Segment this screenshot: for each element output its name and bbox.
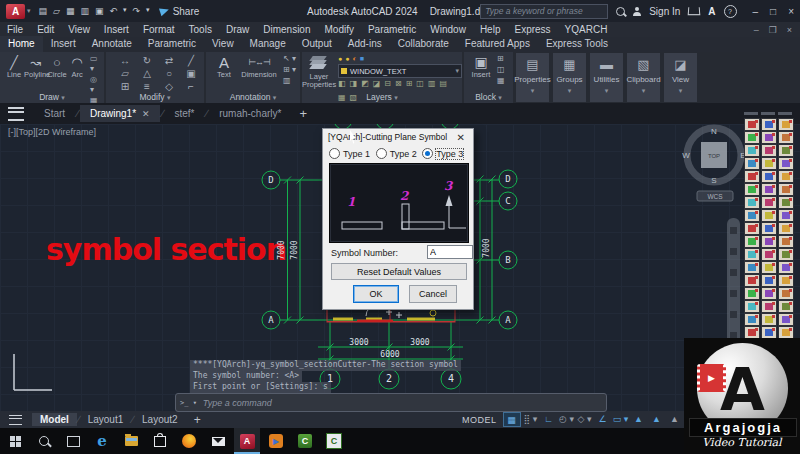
palette-tool-icon[interactable] [761, 287, 777, 300]
menu-item-view[interactable]: View [61, 24, 97, 35]
ribbon-tab-parametric[interactable]: Parametric [140, 36, 204, 52]
palette-tool-icon[interactable] [744, 144, 760, 157]
ribbon-tab-add-ins[interactable]: Add-ins [340, 36, 390, 52]
osnap-tracking-toggle-icon[interactable]: ∠ [595, 412, 611, 425]
file-tab-stef-[interactable]: stef* [164, 105, 204, 122]
layer-tool-icon[interactable]: ⊟ [384, 79, 391, 89]
ribbon-tab-featured-apps[interactable]: Featured Apps [457, 36, 538, 52]
groups-panel-button[interactable]: Groups [552, 52, 587, 103]
palette-tool-icon[interactable] [778, 235, 794, 248]
palette-tool-icon[interactable] [778, 274, 794, 287]
palette-tool-icon[interactable] [761, 209, 777, 222]
modify-panel-label[interactable]: Modify [106, 92, 204, 102]
annotation-visibility-toggle-icon[interactable]: ▲ [631, 412, 647, 425]
text-tool[interactable]: Text [210, 54, 238, 86]
new-drawing-tab-button[interactable]: + [291, 106, 315, 121]
ribbon-tab-insert[interactable]: Insert [43, 36, 84, 52]
palette-tool-icon[interactable] [744, 261, 760, 274]
view-panel-button[interactable]: View [663, 52, 698, 103]
modify-tool-icon[interactable]: ↻ [136, 55, 158, 68]
ribbon-tab-manage[interactable]: Manage [242, 36, 294, 52]
palette-tool-icon[interactable] [744, 248, 760, 261]
layer-dropdown[interactable]: WINDOW_TEXT [338, 64, 462, 78]
ribbon-tab-home[interactable]: Home [0, 36, 43, 52]
store-cart-icon[interactable] [688, 7, 701, 15]
palette-tool-icon[interactable] [778, 300, 794, 313]
palette-tool-icon[interactable] [744, 287, 760, 300]
undo-icon[interactable] [110, 6, 118, 16]
modify-tool-icon[interactable]: ○ [158, 68, 180, 81]
modify-tool-icon[interactable]: ╱ [180, 55, 202, 68]
palette-tool-icon[interactable] [744, 300, 760, 313]
clipboard-panel-button[interactable]: Clipboard [626, 52, 661, 103]
palette-tool-icon[interactable] [778, 144, 794, 157]
menu-item-format[interactable]: Format [136, 24, 182, 35]
ribbon-tab-express-tools[interactable]: Express Tools [538, 36, 616, 52]
modify-tool-icon[interactable]: ↔ [114, 55, 136, 68]
palette-tool-icon[interactable] [744, 183, 760, 196]
edit-block-icon[interactable] [497, 65, 505, 75]
palette-tool-icon[interactable] [778, 170, 794, 183]
palette-tool-icon[interactable] [744, 157, 760, 170]
autodesk-icon[interactable]: A [708, 6, 715, 17]
palette-tool-icon[interactable] [778, 183, 794, 196]
doc-restore-button[interactable] [769, 25, 777, 35]
block-attributes-icon[interactable] [497, 76, 505, 86]
symbol-number-input[interactable] [427, 245, 473, 259]
command-line-bar[interactable]: >_ ▾ [175, 393, 607, 412]
palette-tool-icon[interactable] [761, 300, 777, 313]
layer-properties-tool[interactable]: Layer Properties [302, 56, 336, 89]
taskbar-item-start[interactable] [2, 428, 28, 454]
snap-mode-toggle-icon[interactable]: ⣿ ▾ [523, 412, 539, 425]
file-tab-close-icon[interactable]: ✕ [142, 109, 150, 119]
radio-type-3[interactable]: Type 3 [422, 148, 469, 159]
palette-tool-icon[interactable] [761, 131, 777, 144]
annotation-scale-toggle-icon[interactable]: ▲ [667, 412, 683, 425]
modify-tool-icon[interactable]: ▱ [114, 68, 136, 81]
palette-tool-icon[interactable] [778, 157, 794, 170]
radio-type-1[interactable]: Type 1 [329, 148, 376, 159]
layer-on-icon[interactable] [338, 55, 342, 62]
palette-tool-icon[interactable] [761, 274, 777, 287]
layout-tab-layout2[interactable]: Layout2 [134, 413, 186, 426]
annotation-extra-tools[interactable] [283, 54, 296, 86]
layer-tool-icon[interactable]: ◫ [416, 79, 424, 89]
taskbar-item-camtasia-2[interactable]: C [321, 428, 347, 454]
viewcube-west[interactable]: W [682, 151, 690, 160]
palette-tool-icon[interactable] [778, 313, 794, 326]
app-menu-arrow-icon[interactable] [27, 7, 31, 15]
file-tab-drawing1-[interactable]: Drawing1*✕ [80, 105, 160, 122]
dimension-tool[interactable]: Dimension [238, 54, 280, 86]
new-file-icon[interactable] [39, 6, 48, 16]
modify-tool-icon[interactable]: ⇄ [158, 55, 180, 68]
menu-item-file[interactable]: File [0, 24, 30, 35]
palette-tool-icon[interactable] [761, 118, 777, 131]
sign-in-button[interactable]: Sign In [649, 6, 680, 17]
menu-item-express[interactable]: Express [507, 24, 557, 35]
layer-tool-icon[interactable]: ◨ [350, 79, 358, 89]
annotation-autoscale-toggle-icon[interactable]: ▲ [649, 412, 665, 425]
layout-menu-icon[interactable] [9, 415, 22, 425]
ortho-toggle-icon[interactable]: ∟ [541, 412, 557, 425]
layer-lock-icon[interactable] [352, 55, 356, 62]
palette-tool-icon[interactable] [744, 131, 760, 144]
taskbar-item-task-view[interactable] [60, 428, 86, 454]
palette-tool-icon[interactable] [778, 131, 794, 144]
palette-tool-icon[interactable] [761, 183, 777, 196]
palette-tool-icon[interactable] [778, 248, 794, 261]
menu-item-modify[interactable]: Modify [318, 24, 361, 35]
taskbar-item-media-player[interactable]: ▶ [263, 428, 289, 454]
palette-tool-icon[interactable] [761, 313, 777, 326]
help-icon[interactable]: ? [724, 5, 737, 18]
properties-panel-button[interactable]: Properties [515, 52, 550, 103]
reset-default-values-button[interactable]: Reset Default Values [331, 263, 467, 280]
ribbon-tab-annotate[interactable]: Annotate [84, 36, 140, 52]
object-snap-toggle-icon[interactable]: ▭ ▾ [613, 412, 629, 425]
table-icon[interactable] [283, 65, 296, 75]
viewcube[interactable]: TOP N W E S WCS [682, 127, 745, 201]
menu-item-edit[interactable]: Edit [30, 24, 61, 35]
viewcube-south[interactable]: S [711, 176, 716, 185]
save-icon[interactable] [66, 6, 75, 16]
palette-tool-icon[interactable] [744, 235, 760, 248]
palette-tool-icon[interactable] [778, 222, 794, 235]
